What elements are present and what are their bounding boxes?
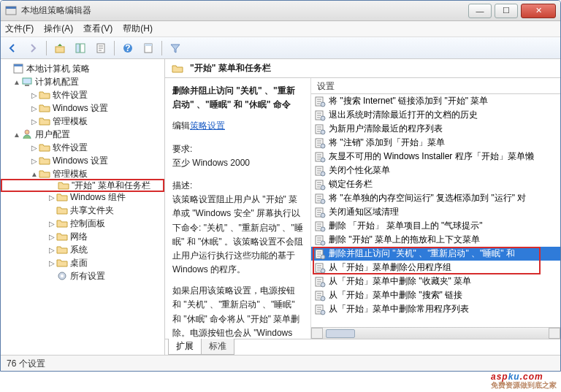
svg-point-38 xyxy=(321,241,325,245)
view-tabs: 扩展 标准 xyxy=(165,339,560,355)
svg-point-24 xyxy=(321,144,325,148)
back-button[interactable] xyxy=(4,39,21,57)
description-body: 该策略设置阻止用户从 "开始" 菜单或 "Windows 安全" 屏幕执行以下命… xyxy=(172,193,303,277)
expand-icon[interactable]: ▷ xyxy=(47,220,56,228)
settings-item[interactable]: 从「开始」菜单中删除常用程序列表 xyxy=(311,302,560,316)
tree-item[interactable]: ▷软件设置 xyxy=(1,88,164,101)
svg-text:?: ? xyxy=(125,43,130,53)
settings-item[interactable]: 从「开始」菜单中删除 "收藏夹" 菜单 xyxy=(311,274,560,288)
help-button[interactable]: ? xyxy=(119,39,137,57)
tree-user-config[interactable]: ▲用户配置 xyxy=(1,128,164,141)
svg-point-18 xyxy=(321,102,325,107)
maximize-button[interactable]: ☐ xyxy=(495,4,518,18)
tree-item[interactable]: ▷网络 xyxy=(1,230,164,243)
folder-icon xyxy=(39,102,50,114)
description-body: 如果启用该策略设置，电源按钮和 "关机" 、"重新启动" 、"睡眠" 和 "休眠… xyxy=(172,284,303,339)
svg-rect-1 xyxy=(6,7,16,9)
settings-list[interactable]: 将 "搜索 Internet" 链接添加到 "开始" 菜单退出系统时清除最近打开… xyxy=(311,94,560,327)
status-count: 76 个设置 xyxy=(7,358,45,369)
policy-item-icon xyxy=(314,276,326,288)
svg-point-34 xyxy=(321,213,325,218)
collapse-icon[interactable]: ▲ xyxy=(12,78,21,86)
svg-rect-2 xyxy=(56,47,64,53)
svg-point-14 xyxy=(25,130,29,134)
collapse-icon[interactable]: ▲ xyxy=(30,170,39,178)
svg-point-46 xyxy=(321,296,325,301)
settings-item[interactable]: 灰显不可用的 Windows Installer 程序「开始」菜单懒 xyxy=(311,150,560,164)
svg-rect-13 xyxy=(25,85,29,86)
horizontal-scrollbar[interactable] xyxy=(311,327,560,339)
edit-policy-link[interactable]: 策略设置 xyxy=(190,120,225,131)
settings-item[interactable]: 删除并阻止访问 "关机" 、"重新启动" 、"睡眠" 和 xyxy=(311,247,560,261)
tree-computer-config[interactable]: ▲计算机配置 xyxy=(1,75,164,88)
computer-icon xyxy=(21,76,33,88)
expand-icon[interactable]: ▷ xyxy=(30,118,39,126)
export-button[interactable] xyxy=(92,39,110,57)
tree-item[interactable]: ▷Windows 设置 xyxy=(1,101,164,115)
settings-item[interactable]: 从「开始」菜单删除公用程序组 xyxy=(311,261,560,274)
policy-item-icon xyxy=(314,96,326,107)
titlebar: 本地组策略编辑器 — ☐ ✕ xyxy=(1,1,560,21)
settings-item[interactable]: 将 "搜索 Internet" 链接添加到 "开始" 菜单 xyxy=(311,94,560,108)
tree-item[interactable]: 共享文件夹 xyxy=(1,204,164,217)
settings-item[interactable]: 将 "在单独的内存空间运行" 复选框添加到 "运行" 对 xyxy=(311,191,560,205)
tab-extended[interactable]: 扩展 xyxy=(168,339,202,355)
collapse-icon[interactable]: ▲ xyxy=(12,131,21,139)
expand-icon[interactable]: ▷ xyxy=(30,157,39,165)
menu-action[interactable]: 操作(A) xyxy=(44,23,73,35)
folder-icon xyxy=(39,89,50,101)
expand-icon[interactable]: ▷ xyxy=(47,259,56,267)
folder-icon xyxy=(58,180,69,191)
svg-point-42 xyxy=(321,269,325,273)
folder-icon xyxy=(39,115,50,127)
settings-icon xyxy=(56,270,68,282)
settings-item[interactable]: 将 "注销" 添加到「开始」菜单 xyxy=(311,136,560,150)
policy-item-icon xyxy=(314,290,326,301)
tree-item[interactable]: ▷Windows 设置 xyxy=(1,154,164,167)
tree-item[interactable]: ▷系统 xyxy=(1,243,164,256)
expand-icon[interactable]: ▷ xyxy=(47,246,56,254)
menu-file[interactable]: 文件(F) xyxy=(5,23,34,35)
settings-item[interactable]: 关闭个性化菜单 xyxy=(311,164,560,177)
expand-icon[interactable]: ▷ xyxy=(30,91,39,99)
tab-standard[interactable]: 标准 xyxy=(201,339,234,355)
expand-icon[interactable]: ▷ xyxy=(47,233,56,241)
tree-item[interactable]: ▷软件设置 xyxy=(1,141,164,154)
policy-item-icon xyxy=(314,262,326,274)
filter-button[interactable] xyxy=(167,39,184,57)
show-hide-button[interactable] xyxy=(72,39,89,57)
forward-button[interactable] xyxy=(24,39,42,57)
settings-item[interactable]: 退出系统时清除最近打开的文档的历史 xyxy=(311,108,560,122)
policy-item-icon xyxy=(314,109,326,121)
minimize-button[interactable]: — xyxy=(468,4,492,18)
policy-item-icon xyxy=(314,234,326,246)
policy-item-icon xyxy=(314,248,326,260)
close-button[interactable]: ✕ xyxy=(521,4,556,18)
expand-icon[interactable]: ▷ xyxy=(30,144,39,152)
tree-root[interactable]: 本地计算机 策略 xyxy=(1,62,164,75)
tree-item[interactable]: ▷管理模板 xyxy=(1,115,164,128)
settings-item[interactable]: 删除 「开始」 菜单项目上的 "气球提示" xyxy=(311,219,560,233)
settings-item[interactable]: 从「开始」菜单中删除 "搜索" 链接 xyxy=(311,288,560,302)
menu-view[interactable]: 查看(V) xyxy=(83,23,112,35)
tree-item[interactable]: ▷控制面板 xyxy=(1,217,164,230)
separator xyxy=(161,41,162,55)
navigation-tree[interactable]: 本地计算机 策略 ▲计算机配置 ▷软件设置 ▷Windows 设置 ▷管理模板 … xyxy=(1,59,165,355)
folder-icon xyxy=(56,257,68,269)
tree-item[interactable]: 所有设置 xyxy=(1,269,164,283)
properties-button[interactable] xyxy=(140,39,157,57)
app-icon xyxy=(5,5,17,17)
expand-icon[interactable]: ▷ xyxy=(30,104,39,112)
settings-item[interactable]: 关闭通知区域清理 xyxy=(311,205,560,219)
settings-item[interactable]: 删除 "开始" 菜单上的拖放和上下文菜单 xyxy=(311,233,560,247)
settings-column-header[interactable]: 设置 xyxy=(311,78,560,94)
expand-icon[interactable]: ▷ xyxy=(47,193,56,201)
settings-item[interactable]: 锁定任务栏 xyxy=(311,177,560,191)
settings-item[interactable]: 为新用户清除最近的程序列表 xyxy=(311,122,560,136)
svg-point-48 xyxy=(321,310,325,315)
tree-item[interactable]: ▷Windows 组件 xyxy=(1,191,164,204)
up-button[interactable] xyxy=(51,39,69,57)
tree-item[interactable]: ▷桌面 xyxy=(1,256,164,269)
description-pane: 删除并阻止访问 "关机" 、"重新启动" 、"睡眠" 和 "休眠" 命令 编辑策… xyxy=(165,78,311,339)
menu-help[interactable]: 帮助(H) xyxy=(123,23,153,35)
